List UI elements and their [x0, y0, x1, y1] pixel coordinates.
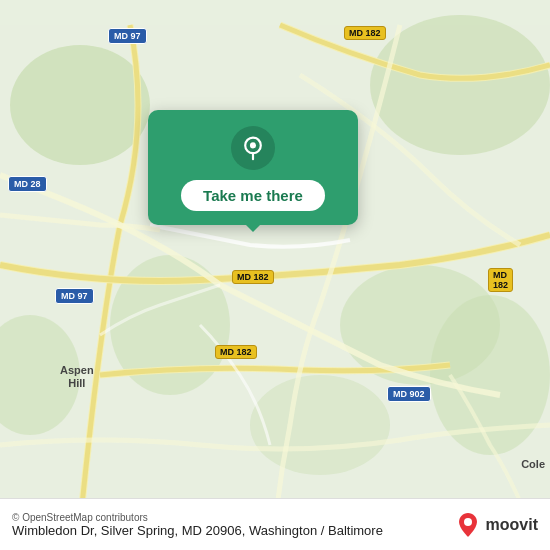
map-container: MD 97 MD 182 MD 28 MD 97 MD 182 MD 182 M… [0, 0, 550, 550]
road-sign-md182-mid: MD 182 [232, 270, 274, 284]
road-sign-md97-top: MD 97 [108, 28, 147, 44]
road-sign-md902: MD 902 [387, 386, 431, 402]
bottom-left: © OpenStreetMap contributors Wimbledon D… [12, 512, 383, 538]
bottom-bar: © OpenStreetMap contributors Wimbledon D… [0, 498, 550, 550]
popup-card: Take me there [148, 110, 358, 225]
svg-point-1 [10, 45, 150, 165]
road-sign-md182-top: MD 182 [344, 26, 386, 40]
address-line1: Wimbledon Dr, Silver Spring, MD 20906, W… [12, 523, 324, 538]
moovit-pin-icon [454, 511, 482, 539]
svg-point-10 [250, 142, 256, 148]
road-sign-md182-right: MD182 [488, 268, 513, 292]
road-sign-md182-bot: MD 182 [215, 345, 257, 359]
address-text: Wimbledon Dr, Silver Spring, MD 20906, W… [12, 523, 383, 538]
road-sign-md28: MD 28 [8, 176, 47, 192]
svg-point-11 [464, 518, 472, 526]
place-label-cole: Cole [521, 458, 545, 470]
road-sign-md97-mid: MD 97 [55, 288, 94, 304]
place-label-aspen: AspenHill [60, 364, 94, 390]
take-me-there-button[interactable]: Take me there [181, 180, 325, 211]
map-svg [0, 0, 550, 550]
address-line2: Baltimore [328, 523, 383, 538]
moovit-logo: moovit [454, 511, 538, 539]
osm-credit: © OpenStreetMap contributors [12, 512, 383, 523]
svg-point-5 [250, 375, 390, 475]
location-icon-container [231, 126, 275, 170]
location-pin-icon [240, 135, 266, 161]
moovit-label: moovit [486, 516, 538, 534]
